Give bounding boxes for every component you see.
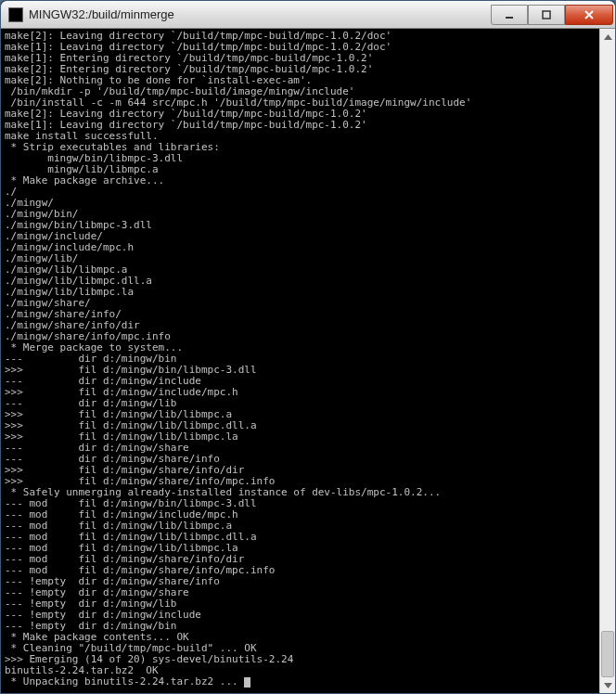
app-icon	[8, 7, 23, 22]
terminal-line: * Unpacking binutils-2.24.tar.bz2 ...	[5, 676, 611, 688]
titlebar[interactable]: MINGW32:/build/minmerge	[1, 1, 615, 29]
vertical-scrollbar[interactable]	[599, 29, 615, 693]
maximize-icon	[542, 10, 551, 19]
minimize-icon	[505, 10, 514, 19]
chevron-up-icon	[604, 34, 612, 40]
svg-marker-5	[604, 683, 612, 688]
terminal-line: ./mingw/	[5, 198, 611, 209]
window-controls	[491, 5, 613, 25]
minimize-button[interactable]	[491, 5, 528, 25]
scroll-up-button[interactable]	[600, 29, 615, 45]
terminal-window: MINGW32:/build/minmerge make[2]: Leaving…	[0, 0, 616, 694]
svg-rect-1	[543, 11, 550, 19]
scrollbar-thumb[interactable]	[601, 631, 614, 677]
window-title: MINGW32:/build/minmerge	[29, 7, 491, 21]
close-icon	[584, 9, 595, 20]
close-button[interactable]	[565, 5, 613, 25]
terminal-line: ./mingw/include/mpc.h	[5, 242, 611, 253]
chevron-down-icon	[604, 683, 612, 688]
scroll-down-button[interactable]	[600, 677, 615, 693]
maximize-button[interactable]	[528, 5, 565, 25]
scrollbar-track[interactable]	[600, 45, 615, 677]
terminal-line: ./mingw/lib/libmpc.la	[5, 287, 611, 298]
terminal-output[interactable]: make[2]: Leaving directory `/build/tmp/m…	[1, 29, 615, 693]
svg-marker-4	[604, 34, 612, 40]
terminal-line: ./	[5, 186, 611, 198]
terminal-line: * Make package archive...	[5, 175, 611, 186]
cursor	[244, 677, 250, 688]
